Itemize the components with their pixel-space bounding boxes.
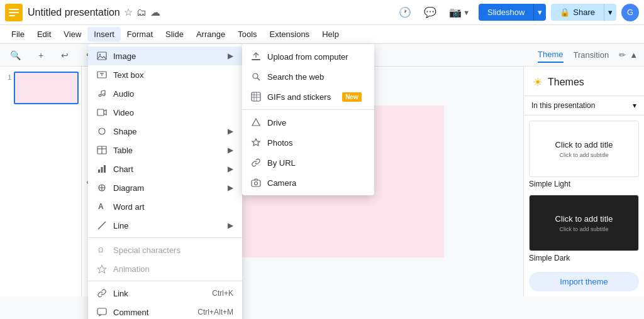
history-button[interactable]: 🕐 (395, 3, 415, 22)
theme-simple-light[interactable]: Click to add title Click to add subtitle… (529, 121, 639, 188)
submenu-search-label: Search the web (267, 72, 324, 82)
star-icon[interactable]: ☆ (124, 6, 133, 18)
menu-format[interactable]: Format (121, 27, 159, 41)
menu-extensions[interactable]: Extensions (264, 27, 316, 41)
svg-point-5 (99, 54, 101, 55)
chat-button[interactable]: 💬 (420, 3, 440, 22)
separator-2 (88, 281, 242, 281)
share-dropdown-button[interactable]: ▾ (604, 4, 616, 21)
menu-slide[interactable]: Slide (159, 27, 190, 41)
insert-video-item[interactable]: Video (88, 103, 242, 122)
insert-chart-label: Chart (113, 165, 133, 174)
insert-image-label: Image (113, 51, 136, 61)
link-icon (97, 288, 107, 298)
menu-edit[interactable]: Edit (31, 27, 57, 41)
submenu-camera-item[interactable]: Camera (242, 173, 374, 193)
svg-rect-33 (252, 59, 260, 60)
folder-icon[interactable]: 🗂 (136, 7, 147, 18)
lock-icon: 🔒 (560, 8, 570, 17)
insert-video-label: Video (113, 108, 134, 117)
edit-icon[interactable]: ✏ (619, 50, 626, 60)
insert-line-item[interactable]: Line ▶ (88, 216, 242, 235)
insert-table-item[interactable]: Table ▶ (88, 141, 242, 160)
insert-chart-item[interactable]: Chart ▶ (88, 160, 242, 178)
undo-button[interactable]: ↩ (57, 48, 72, 63)
add-slide-button[interactable]: + (35, 48, 47, 63)
document-title[interactable]: Untitled presentation (28, 7, 120, 18)
menu-file[interactable]: File (5, 27, 31, 41)
themes-filter[interactable]: In this presentation ▾ (524, 96, 644, 116)
submenu-upload-item[interactable]: Upload from computer (242, 46, 374, 67)
submenu-drive-item[interactable]: Drive (242, 112, 374, 132)
tab-transition[interactable]: Transition (574, 48, 609, 62)
slideshow-button[interactable]: Slideshow (479, 4, 533, 21)
new-badge: New (342, 92, 362, 102)
app-logo (5, 4, 23, 21)
url-icon (251, 158, 261, 168)
drive-icon (251, 117, 261, 127)
tab-right-icons: ✏ ▲ (619, 50, 638, 60)
cloud-icon[interactable]: ☁ (150, 6, 160, 18)
share-group: 🔒 Share ▾ (551, 4, 616, 21)
submenu-url-label: By URL (267, 158, 296, 168)
submenu-photos-item[interactable]: Photos (242, 132, 374, 153)
themes-sun-icon: ☀ (533, 75, 543, 89)
import-theme-button[interactable]: Import theme (529, 272, 639, 291)
insert-wordart-item[interactable]: A Word art (88, 197, 242, 216)
insert-textbox-label: Text box (113, 70, 143, 80)
theme-simple-dark[interactable]: Click to add title Click to add subtitle… (529, 195, 639, 262)
submenu-url-item[interactable]: By URL (242, 153, 374, 173)
textbox-icon (97, 70, 107, 80)
svg-marker-41 (252, 119, 260, 126)
insert-audio-item[interactable]: Audio (88, 84, 242, 103)
theme-preview-light: Click to add title Click to add subtitle (529, 121, 639, 177)
svg-point-15 (99, 128, 105, 134)
submenu-camera-label: Camera (267, 178, 296, 188)
share-button[interactable]: 🔒 Share (551, 4, 604, 21)
insert-diagram-label: Diagram (113, 183, 144, 193)
themes-panel: ☀ Themes In this presentation ▾ Click to… (523, 67, 644, 296)
menu-insert[interactable]: Insert (87, 27, 121, 41)
svg-line-35 (257, 78, 260, 80)
insert-special-chars-label: Special characters (113, 246, 180, 255)
svg-rect-20 (101, 167, 103, 173)
shape-icon (97, 126, 107, 136)
top-bar: Untitled presentation ☆ 🗂 ☁ 🕐 💬 📷 ▼ Slid… (0, 0, 644, 25)
insert-dropdown-menu: Image ▶ Text box Audio Video Shape ▶ Tab… (88, 44, 242, 319)
insert-shape-item[interactable]: Shape ▶ (88, 122, 242, 141)
theme-light-title: Click to add title (555, 140, 613, 149)
insert-animation-item: Animation (88, 259, 242, 278)
insert-textbox-item[interactable]: Text box (88, 65, 242, 84)
table-arrow-icon: ▶ (228, 146, 233, 154)
svg-rect-19 (98, 170, 100, 173)
svg-rect-21 (104, 165, 106, 173)
user-avatar[interactable]: G (621, 4, 639, 21)
special-chars-icon: Ω (97, 245, 107, 255)
menu-tools[interactable]: Tools (231, 27, 263, 41)
menu-help[interactable]: Help (316, 27, 345, 41)
chevron-up-icon[interactable]: ▲ (630, 50, 638, 60)
camera-button[interactable]: 📷 ▼ (445, 3, 474, 22)
submenu-gifs-item[interactable]: GIFs and stickers New (242, 87, 374, 107)
slide-preview-1[interactable] (14, 72, 79, 104)
insert-link-item[interactable]: Link Ctrl+K (88, 284, 242, 303)
slide-thumbnail-1[interactable]: 1 (3, 72, 79, 104)
submenu-gifs-label: GIFs and stickers (267, 92, 331, 102)
menu-arrange[interactable]: Arrange (190, 27, 231, 41)
zoom-button[interactable]: 🔍 (6, 48, 25, 63)
theme-dark-label: Simple Dark (529, 254, 639, 262)
tab-theme[interactable]: Theme (538, 47, 563, 63)
video-icon (97, 107, 107, 117)
insert-comment-label: Comment (113, 308, 148, 317)
insert-image-item[interactable]: Image ▶ (88, 46, 242, 65)
insert-link-label: Link (113, 289, 128, 298)
insert-comment-item[interactable]: Comment Ctrl+Alt+M (88, 303, 242, 319)
menu-bar: File Edit View Insert Format Slide Arran… (0, 25, 644, 44)
svg-rect-2 (9, 12, 19, 13)
submenu-search-item[interactable]: Search the web (242, 67, 374, 87)
menu-view[interactable]: View (57, 27, 87, 41)
insert-line-label: Line (113, 221, 129, 230)
insert-diagram-item[interactable]: Diagram ▶ (88, 178, 242, 197)
line-icon (97, 220, 107, 230)
slideshow-dropdown-button[interactable]: ▾ (533, 4, 546, 21)
